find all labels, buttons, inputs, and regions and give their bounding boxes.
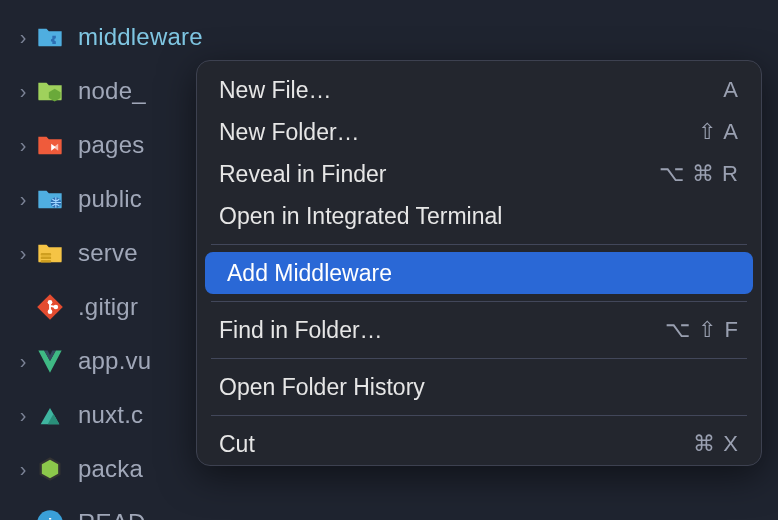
menu-separator: [211, 358, 747, 359]
menu-item-label: Find in Folder…: [219, 317, 383, 344]
folder-public-icon: [36, 185, 64, 213]
menu-item-label: Add Middleware: [227, 260, 392, 287]
context-menu: New File…ANew Folder…⇧ AReveal in Finder…: [196, 60, 762, 466]
tree-item-read[interactable]: iREAD: [0, 496, 778, 520]
svg-text:i: i: [48, 515, 52, 520]
tree-item-label: nuxt.c: [78, 401, 143, 429]
menu-item-new-folder[interactable]: New Folder…⇧ A: [197, 111, 761, 153]
chevron-icon[interactable]: ›: [10, 404, 36, 427]
folder-puzzle-icon: [36, 23, 64, 51]
menu-item-add-middleware[interactable]: Add Middleware: [205, 252, 753, 294]
svg-rect-4: [41, 253, 52, 256]
menu-item-label: Open in Integrated Terminal: [219, 203, 502, 230]
tree-item-label: packa: [78, 455, 143, 483]
menu-item-shortcut: ⌥ ⇧ F: [665, 317, 739, 343]
menu-item-label: New Folder…: [219, 119, 360, 146]
menu-item-shortcut: A: [723, 77, 739, 103]
nodejs-icon: [36, 455, 64, 483]
menu-item-find-in-folder[interactable]: Find in Folder…⌥ ⇧ F: [197, 309, 761, 351]
menu-item-shortcut: ⌥ ⌘ R: [659, 161, 739, 187]
folder-server-icon: [36, 239, 64, 267]
tree-item-middleware[interactable]: ›middleware: [0, 10, 778, 64]
nuxt-icon: [36, 401, 64, 429]
tree-item-label: middleware: [78, 23, 203, 51]
tree-item-layouts[interactable]: ›layouts: [0, 0, 778, 10]
menu-item-new-file[interactable]: New File…A: [197, 69, 761, 111]
svg-rect-5: [41, 257, 52, 260]
menu-separator: [211, 415, 747, 416]
tree-item-label: app.vu: [78, 347, 151, 375]
tree-item-label: READ: [78, 509, 145, 520]
tree-item-label: node_: [78, 77, 146, 105]
folder-node-icon: [36, 77, 64, 105]
chevron-icon[interactable]: ›: [10, 188, 36, 211]
menu-separator: [211, 244, 747, 245]
chevron-icon[interactable]: ›: [10, 458, 36, 481]
chevron-icon[interactable]: ›: [10, 26, 36, 49]
readme-icon: i: [36, 509, 64, 520]
tree-item-label: .gitigr: [78, 293, 138, 321]
menu-item-cut[interactable]: Cut⌘ X: [197, 423, 761, 465]
tree-item-label: public: [78, 185, 142, 213]
menu-separator: [211, 301, 747, 302]
menu-item-shortcut: ⇧ A: [698, 119, 739, 145]
tree-item-label: pages: [78, 131, 144, 159]
vue-icon: [36, 347, 64, 375]
svg-rect-6: [41, 260, 52, 263]
menu-item-label: Cut: [219, 431, 255, 458]
menu-item-label: Open Folder History: [219, 374, 425, 401]
menu-item-reveal-in-finder[interactable]: Reveal in Finder⌥ ⌘ R: [197, 153, 761, 195]
chevron-icon[interactable]: ›: [10, 242, 36, 265]
git-icon: [36, 293, 64, 321]
folder-pages-icon: [36, 131, 64, 159]
tree-item-label: serve: [78, 239, 138, 267]
menu-item-shortcut: ⌘ X: [693, 431, 739, 457]
menu-item-label: New File…: [219, 77, 331, 104]
menu-item-open-in-integrated-terminal[interactable]: Open in Integrated Terminal: [197, 195, 761, 237]
menu-item-open-folder-history[interactable]: Open Folder History: [197, 366, 761, 408]
chevron-icon[interactable]: ›: [10, 134, 36, 157]
chevron-icon[interactable]: ›: [10, 350, 36, 373]
menu-item-label: Reveal in Finder: [219, 161, 386, 188]
chevron-icon[interactable]: ›: [10, 80, 36, 103]
